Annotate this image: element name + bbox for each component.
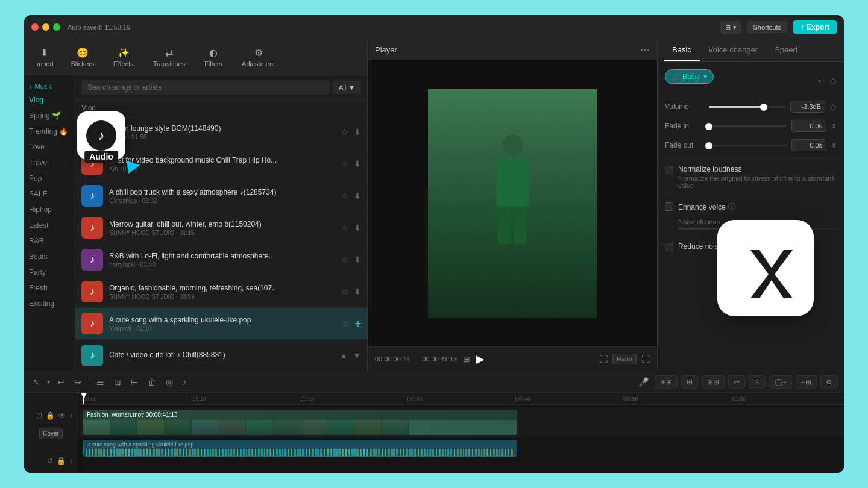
tl-ctrl-loop[interactable]: ↺ (47, 457, 53, 465)
download-button[interactable]: ⬇ (354, 127, 361, 137)
ratio-button[interactable]: Ratio (612, 354, 637, 364)
fade-out-slider[interactable] (709, 145, 787, 146)
sidebar-item-sale[interactable]: SALE (24, 186, 75, 202)
layout-button[interactable]: ⊞ ▾ (720, 21, 741, 34)
trim-button[interactable]: ⊢ (128, 375, 140, 389)
fade-out-value[interactable]: 0.0s (791, 139, 826, 151)
import-button[interactable]: ⬇ Import (29, 43, 60, 71)
sidebar-item-latest[interactable]: Latest (24, 217, 75, 233)
sidebar-item-vlog[interactable]: Vlog (24, 92, 75, 108)
sidebar-item-exciting[interactable]: Exciting (24, 296, 75, 311)
tl-ctrl-audio-2[interactable]: ♪ (69, 457, 73, 465)
fade-in-value[interactable]: 0.0s (791, 120, 826, 132)
favorite-button[interactable]: ☆ (342, 319, 350, 328)
tab-speed[interactable]: Speed (766, 39, 806, 61)
delete-button[interactable]: 🗑 (145, 375, 159, 389)
tab-basic[interactable]: Basic (664, 39, 700, 61)
list-item[interactable]: ♪ Cafe / video cute lofi ♪ Chill(885831)… (75, 340, 367, 371)
audio-btn[interactable]: ♪ (180, 375, 189, 389)
stabilize-button[interactable]: ◎ (163, 375, 175, 389)
list-item[interactable]: ♪ A cute song with a sparkling ukulele-l… (75, 308, 367, 340)
all-filter-button[interactable]: All ▼ (333, 81, 361, 94)
download-button[interactable]: ⬇ (354, 159, 361, 169)
split-button[interactable]: ⚌ (94, 375, 107, 389)
tl-ctrl-lock-2[interactable]: 🔒 (57, 457, 66, 465)
expand-button[interactable]: ▲ (339, 351, 348, 360)
fade-in-slider[interactable] (709, 125, 787, 127)
favorite-button[interactable]: ☆ (341, 223, 349, 233)
reduce-noise-checkbox[interactable] (665, 243, 673, 251)
list-item[interactable]: ♪ Organic, fashionable, morning, refresh… (75, 276, 367, 308)
favorite-button[interactable]: ☆ (341, 127, 349, 137)
filters-tool[interactable]: ◐ Filters (196, 43, 231, 71)
close-button[interactable] (31, 23, 39, 31)
favorite-button[interactable]: ☆ (341, 287, 349, 296)
sidebar-item-pop[interactable]: Pop (24, 170, 75, 186)
download-button[interactable]: ⬇ (354, 287, 361, 296)
tl-ctrl-eye[interactable]: ⊡ (36, 411, 42, 420)
shortcuts-button[interactable]: Shortcuts (747, 21, 787, 33)
video-track[interactable]: Fashion_woman.mov 00:00:41:13 (78, 407, 844, 437)
list-item[interactable]: ♪ R&B with Lo-Fi, light and comfortable … (75, 244, 367, 276)
cover-button[interactable]: Cover (39, 428, 63, 439)
fade-out-stepper[interactable]: ⇕ (831, 142, 837, 149)
effects-tool[interactable]: ✨ Effects (105, 43, 142, 71)
add-track-button[interactable]: + (354, 318, 361, 330)
sidebar-item-party[interactable]: Party (24, 264, 75, 280)
normalize-checkbox[interactable] (665, 166, 673, 174)
play-button[interactable]: ▶ (476, 352, 485, 366)
volume-value[interactable]: -3.3dB (790, 101, 825, 113)
list-item[interactable]: ♪ A chill pop truck with a sexy atmosphe… (75, 180, 367, 212)
tl-tool-3[interactable]: ⊞⊟ (702, 375, 725, 389)
collapse-button[interactable]: ▼ (353, 351, 361, 360)
grid-view-button[interactable]: ⊞ (463, 354, 470, 364)
crop-tl-button[interactable]: ⊡ (112, 375, 124, 389)
transitions-tool[interactable]: ⇄ Transitions (145, 43, 193, 71)
undo-tl-button[interactable]: ↩ (55, 375, 67, 389)
tl-tool-5[interactable]: ⊡ (749, 375, 766, 389)
fullscreen-button[interactable]: ⛶ (641, 354, 650, 364)
tl-tool-7[interactable]: −⊞ (796, 375, 817, 389)
list-item[interactable]: ♪ Merrow guitar, chill out, winter, emo … (75, 212, 367, 244)
stickers-tool[interactable]: 😊 Stickers (62, 43, 102, 71)
tl-tool-2[interactable]: ⊞ (681, 375, 698, 389)
tl-ctrl-visible[interactable]: 👁 (58, 411, 66, 420)
tab-voice-changer[interactable]: Voice changer (700, 39, 766, 61)
sidebar-item-beats[interactable]: Beats (24, 249, 75, 264)
tl-ctrl-audio[interactable]: ♪ (69, 411, 73, 420)
download-button[interactable]: ⬇ (354, 191, 361, 201)
tl-tool-1[interactable]: ⊞⊞ (655, 375, 678, 389)
favorite-button[interactable]: ☆ (341, 191, 349, 201)
maximize-button[interactable] (53, 23, 60, 31)
player-menu-button[interactable]: ⋯ (640, 44, 650, 55)
favorite-button[interactable]: ☆ (341, 255, 349, 264)
download-button[interactable]: ⬇ (354, 223, 361, 233)
favorite-button[interactable]: ☆ (341, 159, 349, 169)
mic-button[interactable]: 🎤 (636, 375, 651, 389)
basic-dropdown[interactable]: 🎵 Basic ▾ (665, 69, 714, 84)
select-tool-button[interactable]: ↖ (30, 375, 42, 389)
volume-reset-button[interactable]: ◇ (830, 102, 837, 111)
enhance-voice-checkbox[interactable] (665, 202, 673, 211)
sidebar-item-trending[interactable]: Trending 🔥 (24, 124, 75, 139)
tl-ctrl-lock[interactable]: 🔒 (46, 411, 55, 420)
download-button[interactable]: ⬇ (354, 255, 361, 264)
redo-tl-button[interactable]: ↪ (72, 375, 84, 389)
adjustment-tool[interactable]: ⚙ Adjustment (233, 43, 283, 71)
fade-in-stepper[interactable]: ⇕ (831, 122, 837, 130)
sidebar-item-love[interactable]: Love (24, 139, 75, 155)
sidebar-item-spring[interactable]: Spring 🌱 (24, 108, 75, 124)
diamond-button[interactable]: ◇ (830, 76, 837, 86)
sidebar-item-travel[interactable]: Travel (24, 155, 75, 170)
audio-track[interactable]: A cute song with a sparkling ukulele-lik… (78, 440, 844, 461)
minimize-button[interactable] (42, 23, 49, 31)
settings-tl-button[interactable]: ⚙ (820, 375, 838, 389)
playhead[interactable] (83, 393, 84, 404)
undo-button[interactable]: ↩ (818, 76, 825, 86)
tl-tool-4[interactable]: ⇔ (728, 375, 745, 389)
tl-tool-6[interactable]: ◯− (769, 375, 792, 389)
sidebar-item-fresh[interactable]: Fresh (24, 280, 75, 296)
sidebar-item-hiphop[interactable]: Hiphop (24, 202, 75, 217)
sidebar-item-rnb[interactable]: R&B (24, 233, 75, 249)
search-input[interactable] (81, 80, 329, 95)
